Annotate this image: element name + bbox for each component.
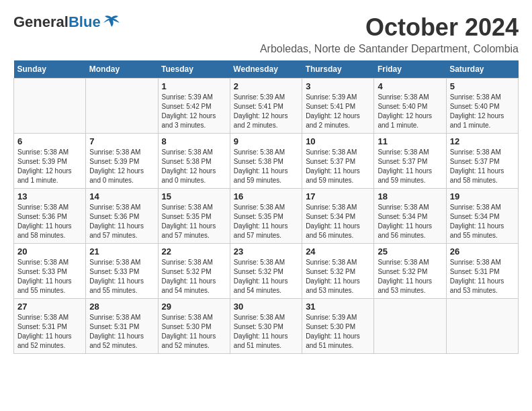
calendar-cell: 11Sunrise: 5:38 AM Sunset: 5:37 PM Dayli…: [374, 134, 446, 189]
location-title: Arboledas, Norte de Santander Department…: [260, 43, 519, 55]
day-detail: Sunrise: 5:39 AM Sunset: 5:30 PM Dayligh…: [306, 313, 370, 351]
day-detail: Sunrise: 5:38 AM Sunset: 5:30 PM Dayligh…: [234, 313, 298, 351]
day-detail: Sunrise: 5:38 AM Sunset: 5:38 PM Dayligh…: [234, 148, 298, 185]
day-number: 28: [89, 302, 154, 312]
day-number: 13: [17, 191, 82, 201]
calendar-cell: 28Sunrise: 5:38 AM Sunset: 5:31 PM Dayli…: [86, 299, 158, 354]
day-number: 26: [450, 246, 515, 257]
calendar-week-row: 20Sunrise: 5:38 AM Sunset: 5:33 PM Dayli…: [14, 244, 519, 299]
day-number: 6: [17, 136, 82, 146]
calendar-cell: 6Sunrise: 5:38 AM Sunset: 5:39 PM Daylig…: [14, 134, 86, 189]
day-detail: Sunrise: 5:38 AM Sunset: 5:36 PM Dayligh…: [89, 203, 154, 240]
day-number: 20: [17, 246, 82, 257]
weekday-header-tuesday: Tuesday: [158, 60, 230, 79]
day-detail: Sunrise: 5:39 AM Sunset: 5:42 PM Dayligh…: [162, 93, 226, 130]
logo-blue: Blue: [69, 13, 101, 30]
weekday-header-sunday: Sunday: [14, 60, 86, 79]
day-detail: Sunrise: 5:38 AM Sunset: 5:38 PM Dayligh…: [162, 148, 226, 185]
calendar-cell: 26Sunrise: 5:38 AM Sunset: 5:31 PM Dayli…: [446, 244, 518, 299]
day-number: 10: [306, 136, 370, 146]
day-number: 19: [450, 191, 515, 201]
day-detail: Sunrise: 5:38 AM Sunset: 5:31 PM Dayligh…: [89, 313, 154, 351]
calendar-cell: 15Sunrise: 5:38 AM Sunset: 5:35 PM Dayli…: [158, 189, 230, 244]
calendar-cell: 24Sunrise: 5:38 AM Sunset: 5:32 PM Dayli…: [302, 244, 374, 299]
day-detail: Sunrise: 5:38 AM Sunset: 5:34 PM Dayligh…: [306, 203, 370, 240]
day-number: 2: [234, 81, 298, 91]
day-detail: Sunrise: 5:38 AM Sunset: 5:31 PM Dayligh…: [450, 258, 515, 295]
page-header: GeneralBlue October 2024 Arboledas, Nort…: [13, 13, 519, 55]
day-number: 12: [450, 136, 515, 146]
day-number: 17: [306, 191, 370, 201]
day-number: 9: [234, 136, 298, 146]
day-detail: Sunrise: 5:38 AM Sunset: 5:32 PM Dayligh…: [162, 258, 226, 295]
day-detail: Sunrise: 5:38 AM Sunset: 5:37 PM Dayligh…: [306, 148, 370, 185]
calendar-cell: 10Sunrise: 5:38 AM Sunset: 5:37 PM Dayli…: [302, 134, 374, 189]
day-number: 3: [306, 81, 370, 91]
weekday-header-monday: Monday: [86, 60, 158, 79]
day-number: 7: [89, 136, 154, 146]
weekday-header-saturday: Saturday: [446, 60, 518, 79]
calendar-body: 1Sunrise: 5:39 AM Sunset: 5:42 PM Daylig…: [14, 79, 519, 354]
weekday-header-thursday: Thursday: [302, 60, 374, 79]
day-detail: Sunrise: 5:38 AM Sunset: 5:33 PM Dayligh…: [89, 258, 154, 295]
day-detail: Sunrise: 5:38 AM Sunset: 5:37 PM Dayligh…: [450, 148, 515, 185]
weekday-header-wednesday: Wednesday: [230, 60, 302, 79]
day-number: 8: [162, 136, 226, 146]
day-number: 22: [162, 246, 226, 257]
day-detail: Sunrise: 5:38 AM Sunset: 5:32 PM Dayligh…: [234, 258, 298, 295]
calendar-cell: 1Sunrise: 5:39 AM Sunset: 5:42 PM Daylig…: [158, 79, 230, 134]
calendar-cell: 30Sunrise: 5:38 AM Sunset: 5:30 PM Dayli…: [230, 299, 302, 354]
calendar-cell: 9Sunrise: 5:38 AM Sunset: 5:38 PM Daylig…: [230, 134, 302, 189]
day-number: 21: [89, 246, 154, 257]
calendar-week-row: 27Sunrise: 5:38 AM Sunset: 5:31 PM Dayli…: [14, 299, 519, 354]
day-detail: Sunrise: 5:38 AM Sunset: 5:36 PM Dayligh…: [17, 203, 82, 240]
calendar-cell: 2Sunrise: 5:39 AM Sunset: 5:41 PM Daylig…: [230, 79, 302, 134]
day-detail: Sunrise: 5:38 AM Sunset: 5:32 PM Dayligh…: [306, 258, 370, 295]
day-detail: Sunrise: 5:38 AM Sunset: 5:32 PM Dayligh…: [378, 258, 442, 295]
calendar-table: SundayMondayTuesdayWednesdayThursdayFrid…: [13, 60, 519, 354]
day-number: 14: [89, 191, 154, 201]
day-number: 25: [378, 246, 442, 257]
day-detail: Sunrise: 5:38 AM Sunset: 5:34 PM Dayligh…: [450, 203, 515, 240]
day-detail: Sunrise: 5:38 AM Sunset: 5:40 PM Dayligh…: [378, 93, 442, 130]
day-number: 16: [234, 191, 298, 201]
logo-bird-icon: [102, 15, 121, 30]
day-number: 23: [234, 246, 298, 257]
logo-general: General: [13, 13, 69, 30]
day-number: 4: [378, 81, 442, 91]
calendar-cell: [86, 79, 158, 134]
logo: GeneralBlue: [13, 13, 121, 31]
calendar-cell: 7Sunrise: 5:38 AM Sunset: 5:39 PM Daylig…: [86, 134, 158, 189]
calendar-cell: [446, 299, 518, 354]
calendar-cell: 4Sunrise: 5:38 AM Sunset: 5:40 PM Daylig…: [374, 79, 446, 134]
calendar-cell: 18Sunrise: 5:38 AM Sunset: 5:34 PM Dayli…: [374, 189, 446, 244]
day-detail: Sunrise: 5:38 AM Sunset: 5:34 PM Dayligh…: [378, 203, 442, 240]
calendar-cell: 22Sunrise: 5:38 AM Sunset: 5:32 PM Dayli…: [158, 244, 230, 299]
day-number: 11: [378, 136, 442, 146]
calendar-week-row: 13Sunrise: 5:38 AM Sunset: 5:36 PM Dayli…: [14, 189, 519, 244]
day-number: 29: [162, 302, 226, 312]
calendar-cell: 3Sunrise: 5:39 AM Sunset: 5:41 PM Daylig…: [302, 79, 374, 134]
calendar-cell: 5Sunrise: 5:38 AM Sunset: 5:40 PM Daylig…: [446, 79, 518, 134]
calendar-cell: [374, 299, 446, 354]
day-detail: Sunrise: 5:38 AM Sunset: 5:31 PM Dayligh…: [17, 313, 82, 351]
month-title: October 2024: [260, 13, 519, 42]
day-detail: Sunrise: 5:38 AM Sunset: 5:39 PM Dayligh…: [17, 148, 82, 185]
day-detail: Sunrise: 5:38 AM Sunset: 5:37 PM Dayligh…: [378, 148, 442, 185]
calendar-cell: [14, 79, 86, 134]
weekday-header-row: SundayMondayTuesdayWednesdayThursdayFrid…: [14, 60, 519, 79]
calendar-cell: 17Sunrise: 5:38 AM Sunset: 5:34 PM Dayli…: [302, 189, 374, 244]
calendar-cell: 16Sunrise: 5:38 AM Sunset: 5:35 PM Dayli…: [230, 189, 302, 244]
calendar-cell: 20Sunrise: 5:38 AM Sunset: 5:33 PM Dayli…: [14, 244, 86, 299]
day-detail: Sunrise: 5:38 AM Sunset: 5:33 PM Dayligh…: [17, 258, 82, 295]
calendar-cell: 31Sunrise: 5:39 AM Sunset: 5:30 PM Dayli…: [302, 299, 374, 354]
title-section: October 2024 Arboledas, Norte de Santand…: [260, 13, 519, 55]
day-number: 31: [306, 302, 370, 312]
calendar-cell: 12Sunrise: 5:38 AM Sunset: 5:37 PM Dayli…: [446, 134, 518, 189]
weekday-header-friday: Friday: [374, 60, 446, 79]
calendar-cell: 19Sunrise: 5:38 AM Sunset: 5:34 PM Dayli…: [446, 189, 518, 244]
day-detail: Sunrise: 5:38 AM Sunset: 5:40 PM Dayligh…: [450, 93, 515, 130]
day-detail: Sunrise: 5:38 AM Sunset: 5:30 PM Dayligh…: [162, 313, 226, 351]
day-number: 5: [450, 81, 515, 91]
calendar-week-row: 6Sunrise: 5:38 AM Sunset: 5:39 PM Daylig…: [14, 134, 519, 189]
